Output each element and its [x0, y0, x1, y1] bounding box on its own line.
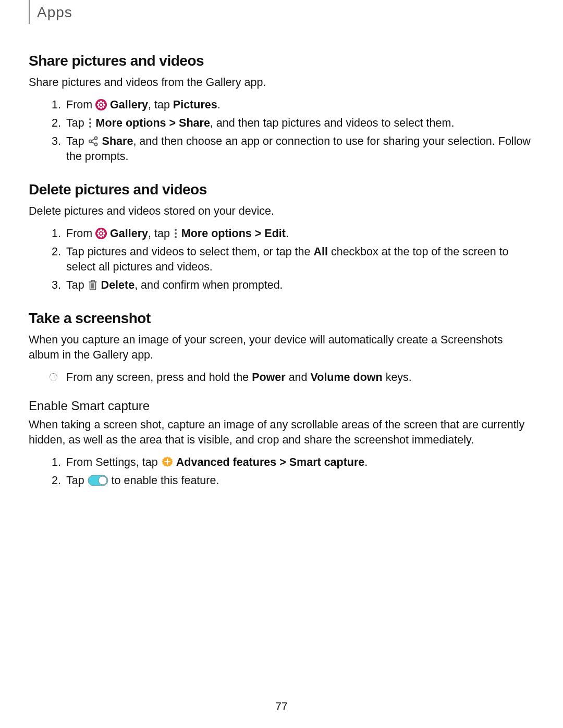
page-header: Apps [29, 0, 534, 24]
gallery-label: Gallery [107, 98, 148, 111]
svg-point-4 [97, 104, 99, 106]
svg-point-29 [175, 232, 177, 235]
svg-point-26 [98, 235, 100, 237]
text: From [66, 98, 95, 111]
delete-heading: Delete pictures and videos [29, 180, 534, 200]
chevron: > [252, 227, 265, 240]
svg-point-7 [102, 102, 104, 104]
share-intro: Share pictures and videos from the Galle… [29, 75, 534, 90]
gallery-icon [95, 99, 107, 110]
share-label: Share [99, 135, 133, 147]
more-options-label: More options [93, 117, 166, 129]
svg-point-27 [102, 235, 104, 237]
smart-capture-label: Smart capture [289, 456, 365, 468]
text: , tap [148, 98, 173, 111]
svg-point-6 [98, 102, 100, 104]
svg-point-12 [89, 126, 91, 128]
svg-point-28 [175, 229, 177, 231]
advanced-features-icon [161, 455, 174, 468]
text: , and then choose an app or connection t… [66, 135, 531, 163]
delete-step-2: Tap pictures and videos to select them, … [64, 244, 534, 275]
text: Tap [66, 474, 88, 487]
text: From any screen, press and hold the [66, 371, 252, 384]
svg-point-19 [100, 232, 102, 234]
svg-point-14 [94, 137, 97, 139]
screenshot-bullet-1: From any screen, press and hold the Powe… [50, 370, 534, 385]
svg-point-22 [97, 232, 99, 235]
share-step-2: Tap More options > Share, and then tap p… [64, 116, 534, 131]
all-label: All [313, 245, 327, 258]
svg-line-17 [91, 142, 94, 144]
text: . [217, 98, 221, 111]
more-options-icon [88, 117, 93, 129]
text: Tap pictures and videos to select them, … [66, 245, 313, 258]
svg-point-21 [100, 235, 102, 237]
text: From Settings, tap [66, 456, 161, 468]
share-icon [88, 135, 99, 147]
share-label: Share [179, 117, 210, 129]
delete-steps: From Gallery, tap More options > Edit. T… [29, 226, 534, 293]
svg-line-16 [91, 139, 94, 141]
svg-point-15 [94, 143, 97, 145]
text: , and then tap pictures and videos to se… [210, 117, 455, 129]
svg-point-24 [98, 230, 100, 232]
chevron: > [166, 117, 179, 129]
screenshot-heading: Take a screenshot [29, 309, 534, 328]
delete-icon [88, 279, 98, 291]
page-number: 77 [0, 699, 563, 713]
svg-point-30 [175, 236, 177, 238]
svg-point-9 [102, 106, 104, 108]
page-container: Apps Share pictures and videos Share pic… [0, 0, 563, 728]
svg-point-5 [103, 104, 105, 106]
smart-heading: Enable Smart capture [29, 398, 534, 414]
share-step-3: Tap Share, and then choose an app or con… [64, 134, 534, 164]
text: keys. [383, 371, 412, 384]
text: , and confirm when prompted. [134, 279, 283, 291]
svg-point-23 [103, 232, 105, 235]
svg-point-20 [100, 229, 102, 231]
smart-step-2: Tap to enable this feature. [64, 473, 534, 488]
power-label: Power [252, 371, 286, 384]
screenshot-intro: When you capture an image of your screen… [29, 332, 534, 363]
svg-point-11 [89, 122, 91, 124]
text: Tap [66, 279, 88, 291]
text: Tap [66, 117, 88, 129]
svg-point-10 [89, 118, 91, 120]
edit-label: Edit [264, 227, 286, 240]
screenshot-bullets: From any screen, press and hold the Powe… [29, 370, 534, 385]
more-options-icon [173, 228, 178, 239]
delete-step-1: From Gallery, tap More options > Edit. [64, 226, 534, 241]
svg-point-37 [99, 476, 107, 485]
share-step-1: From Gallery, tap Pictures. [64, 97, 534, 113]
delete-intro: Delete pictures and videos stored on you… [29, 204, 534, 219]
share-steps: From Gallery, tap Pictures. Tap More opt… [29, 97, 534, 164]
share-heading: Share pictures and videos [29, 51, 534, 71]
header-section-label: Apps [37, 3, 72, 22]
delete-step-3: Tap Delete, and confirm when prompted. [64, 278, 534, 293]
gallery-label: Gallery [107, 227, 148, 240]
text: From [66, 227, 95, 240]
svg-point-3 [100, 107, 102, 109]
chevron: > [276, 456, 289, 468]
volume-down-label: Volume down [311, 371, 383, 384]
smart-intro: When taking a screen shot, capture an im… [29, 417, 534, 448]
svg-point-2 [100, 101, 102, 103]
text: . [286, 227, 289, 240]
smart-steps: From Settings, tap Advanced features > S… [29, 455, 534, 488]
text: and [286, 371, 311, 384]
more-options-label: More options [178, 227, 252, 240]
text: , tap [148, 227, 173, 240]
gallery-icon [95, 228, 107, 239]
delete-label: Delete [98, 279, 135, 291]
pictures-label: Pictures [173, 98, 217, 111]
advanced-features-label: Advanced features [174, 456, 277, 468]
smart-step-1: From Settings, tap Advanced features > S… [64, 455, 534, 470]
toggle-on-icon [88, 475, 108, 486]
text: . [364, 456, 368, 468]
svg-point-1 [100, 104, 102, 106]
text: Tap [66, 135, 88, 147]
svg-point-13 [89, 140, 92, 142]
text: to enable this feature. [108, 474, 219, 487]
svg-point-25 [102, 230, 104, 232]
svg-point-8 [98, 106, 100, 108]
